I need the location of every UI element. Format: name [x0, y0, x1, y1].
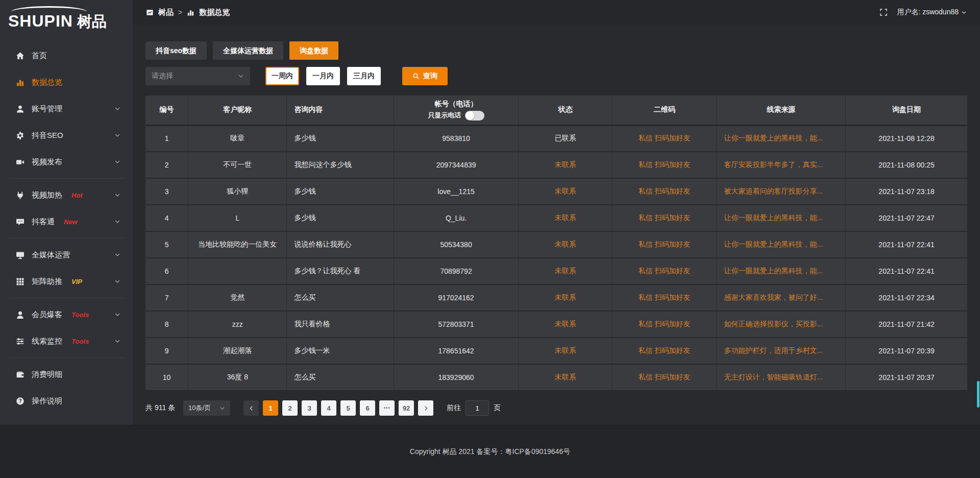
- tab-询盘数据[interactable]: 询盘数据: [289, 41, 338, 60]
- cell-account: 572803371: [394, 311, 519, 338]
- sidebar-item-会员爆客[interactable]: 会员爆客Tools: [0, 301, 133, 328]
- page-button-6[interactable]: 6: [360, 400, 375, 416]
- qrcode-link[interactable]: 私信 扫码加好友: [612, 125, 716, 152]
- source-link[interactable]: 无主灯设计，智能磁吸轨道灯...: [717, 364, 846, 391]
- cell-no: 10: [145, 364, 188, 391]
- chevron-down-icon: [114, 278, 120, 284]
- qrcode-link[interactable]: 私信 扫码加好友: [612, 231, 716, 258]
- chevron-down-icon: [219, 405, 225, 411]
- query-button[interactable]: 查询: [402, 67, 448, 85]
- page-button-1[interactable]: 1: [263, 400, 278, 416]
- qrcode-link[interactable]: 私信 扫码加好友: [612, 364, 716, 391]
- cell-content: 多少钱: [287, 178, 394, 205]
- sidebar-item-线索监控[interactable]: 线索监控Tools: [0, 328, 133, 354]
- qrcode-link[interactable]: 私信 扫码加好友: [612, 258, 716, 284]
- sidebar-item-badge: VIP: [71, 278, 82, 285]
- period-button-一月内[interactable]: 一月内: [306, 67, 340, 85]
- status-badge: 未联系: [519, 178, 612, 205]
- goto-prefix: 前往: [447, 403, 461, 413]
- sidebar-item-label: 消费明细: [32, 370, 62, 379]
- table-row: 2不可一世我想问这个多少钱2097344839未联系私信 扫码加好友客厅安装投影…: [145, 152, 967, 178]
- cell-date: 2021-11-08 12:28: [846, 125, 967, 152]
- page-ellipsis-button[interactable]: •••: [379, 400, 395, 416]
- user-menu[interactable]: 用户名: zswodun88: [897, 8, 967, 17]
- qrcode-link[interactable]: 私信 扫码加好友: [612, 338, 716, 364]
- cell-nickname: 潮起潮落: [188, 338, 287, 364]
- source-link[interactable]: 被大家追着问的客厅投影分享...: [717, 178, 846, 205]
- cell-account: 50534380: [394, 231, 519, 258]
- source-link[interactable]: 让你一眼就爱上的黑科技，能...: [717, 258, 846, 284]
- scrollbar-thumb[interactable]: [977, 381, 979, 408]
- sidebar-item-消费明细[interactable]: 消费明细: [0, 361, 133, 388]
- chevron-down-icon: [114, 252, 120, 258]
- sidebar-item-视频加热[interactable]: 视频加热Hot: [0, 182, 133, 208]
- status-badge: 未联系: [519, 231, 612, 258]
- sidebar-item-badge: Tools: [71, 311, 89, 319]
- video-camera-icon: [15, 157, 24, 166]
- sidebar-item-首页[interactable]: 首页: [0, 42, 133, 69]
- source-link[interactable]: 如何正确选择投影仪，买投影...: [717, 311, 846, 338]
- col-content: 咨询内容: [287, 95, 394, 125]
- cell-nickname: [188, 258, 287, 284]
- source-link[interactable]: 让你一眼就爱上的黑科技，能...: [717, 231, 846, 258]
- monitor-icon: [15, 250, 24, 259]
- tab-全媒体运营数据[interactable]: 全媒体运营数据: [213, 41, 283, 60]
- breadcrumb-root[interactable]: 树品: [158, 8, 174, 17]
- page-button-2[interactable]: 2: [282, 400, 298, 416]
- fullscreen-icon[interactable]: [879, 8, 888, 16]
- sidebar-item-全媒体运营[interactable]: 全媒体运营: [0, 242, 133, 268]
- cell-no: 9: [145, 338, 188, 364]
- home-icon: [15, 51, 24, 60]
- page-size-select[interactable]: 10条/页: [183, 400, 230, 416]
- page-button-4[interactable]: 4: [321, 400, 336, 416]
- sidebar-item-badge: Tools: [71, 338, 89, 345]
- sidebar-item-矩阵助推[interactable]: 矩阵助推VIP: [0, 268, 133, 295]
- sidebar-item-操作说明[interactable]: ?操作说明: [0, 388, 133, 414]
- qrcode-link[interactable]: 私信 扫码加好友: [612, 311, 716, 338]
- wallet-icon: [15, 370, 24, 379]
- source-link[interactable]: 让你一眼就爱上的黑科技，能...: [717, 205, 846, 231]
- sidebar-item-label: 视频加热: [32, 190, 62, 200]
- period-button-一周内[interactable]: 一周内: [265, 67, 299, 85]
- sidebar-divider: [9, 298, 124, 298]
- page-button-5[interactable]: 5: [340, 400, 356, 416]
- sidebar-item-label: 矩阵助推: [32, 277, 62, 286]
- phone-only-toggle[interactable]: [465, 111, 484, 121]
- sidebar-nav: 首页数据总览账号管理抖音SEO视频发布视频加热Hot抖客通New全媒体运营矩阵助…: [0, 42, 133, 414]
- prev-page-button[interactable]: [243, 400, 259, 416]
- source-link[interactable]: 多功能护栏灯，适用于乡村文...: [717, 338, 846, 364]
- topbar: 树品 > 数据总览 用户名: zswodun88: [133, 0, 980, 25]
- sidebar-item-抖客通[interactable]: 抖客通New: [0, 208, 133, 235]
- cell-content: 多少钱一米: [287, 338, 394, 364]
- tab-抖音seo数据[interactable]: 抖音seo数据: [145, 41, 207, 60]
- page-button-92[interactable]: 92: [399, 400, 414, 416]
- pagination-total: 共 911 条: [145, 403, 175, 413]
- next-page-button[interactable]: [418, 400, 433, 416]
- sidebar-item-抖音SEO[interactable]: 抖音SEO: [0, 122, 133, 149]
- breadcrumb-app-icon: [146, 9, 154, 16]
- sidebar-item-视频发布[interactable]: 视频发布: [0, 149, 133, 175]
- sidebar-item-账号管理[interactable]: 账号管理: [0, 95, 133, 122]
- qrcode-link[interactable]: 私信 扫码加好友: [612, 284, 716, 311]
- filter-select[interactable]: 请选择: [145, 67, 250, 85]
- cell-no: 8: [145, 311, 188, 338]
- cell-nickname: L: [188, 205, 287, 231]
- table-row: 1啵章多少钱9583810已联系私信 扫码加好友让你一眼就爱上的黑科技，能...…: [145, 125, 967, 152]
- goto-page-input[interactable]: [465, 400, 489, 416]
- sidebar-item-数据总览[interactable]: 数据总览: [0, 69, 133, 95]
- cell-no: 5: [145, 231, 188, 258]
- source-link[interactable]: 客厅安装投影半年多了，真实...: [717, 152, 846, 178]
- qrcode-link[interactable]: 私信 扫码加好友: [612, 205, 716, 231]
- qrcode-link[interactable]: 私信 扫码加好友: [612, 152, 716, 178]
- sidebar-item-label: 视频发布: [32, 157, 62, 167]
- cell-no: 4: [145, 205, 188, 231]
- page-button-3[interactable]: 3: [302, 400, 317, 416]
- gear-icon: [15, 131, 24, 140]
- cell-date: 2021-11-07 20:39: [846, 338, 967, 364]
- source-link[interactable]: 让你一眼就爱上的黑科技，能...: [717, 125, 846, 152]
- cell-date: 2021-11-07 22:41: [846, 231, 967, 258]
- qrcode-link[interactable]: 私信 扫码加好友: [612, 178, 716, 205]
- sidebar-item-badge: New: [64, 218, 78, 226]
- source-link[interactable]: 感谢大家喜欢我家，被问了好...: [717, 284, 846, 311]
- period-button-三月内[interactable]: 三月内: [347, 67, 381, 85]
